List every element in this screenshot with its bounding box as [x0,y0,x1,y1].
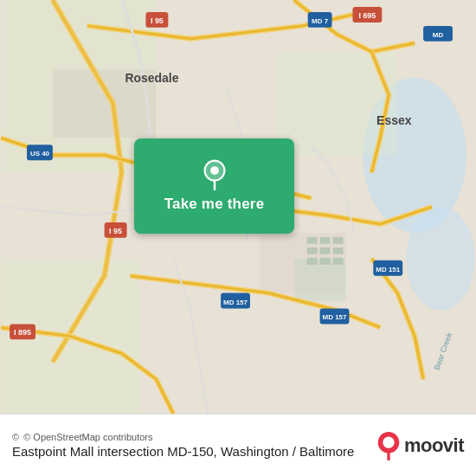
svg-text:MD 157: MD 157 [223,299,248,306]
svg-text:US 40: US 40 [30,150,50,158]
moovit-pin-icon [376,431,401,460]
svg-point-2 [406,207,475,311]
svg-rect-8 [294,259,346,302]
svg-rect-14 [333,248,344,254]
svg-text:MD 157: MD 157 [323,313,347,321]
moovit-logo: moovit [376,431,464,460]
svg-rect-16 [320,258,331,265]
svg-rect-13 [320,248,331,254]
bottom-bar: © © OpenStreetMap contributors Eastpoint… [0,414,476,476]
svg-text:MD 7: MD 7 [312,17,329,25]
svg-rect-11 [333,237,344,244]
svg-text:I 95: I 95 [151,16,164,25]
take-me-there-button[interactable]: Take me there [134,138,294,234]
svg-rect-12 [307,248,318,254]
map-area: I 95 MD 7 I 695 MD US 40 I 95 MD 151 MD … [0,0,476,414]
svg-text:MD: MD [433,31,444,39]
svg-text:Rosedale: Rosedale [125,71,178,85]
svg-rect-17 [333,258,344,265]
moovit-brand-text: moovit [404,434,464,457]
svg-text:I 695: I 695 [358,11,376,20]
svg-text:I 895: I 895 [14,328,31,337]
svg-rect-9 [307,237,318,244]
osm-credit: © © OpenStreetMap contributors [12,432,376,442]
svg-point-45 [210,166,219,175]
bottom-left-info: © © OpenStreetMap contributors Eastpoint… [12,432,376,459]
osm-credit-text: © OpenStreetMap contributors [23,432,152,442]
svg-rect-15 [307,258,318,265]
copyright-symbol: © [12,432,19,442]
app-container: I 95 MD 7 I 695 MD US 40 I 95 MD 151 MD … [0,0,476,476]
svg-rect-10 [320,237,331,244]
svg-text:I 95: I 95 [109,227,122,235]
svg-point-47 [383,436,394,447]
svg-text:Essex: Essex [376,113,412,127]
location-pin-icon [199,159,230,190]
svg-text:MD 151: MD 151 [376,266,400,273]
location-title: Eastpoint Mall intersection MD-150, Wash… [12,444,376,459]
take-me-there-label: Take me there [164,196,265,213]
